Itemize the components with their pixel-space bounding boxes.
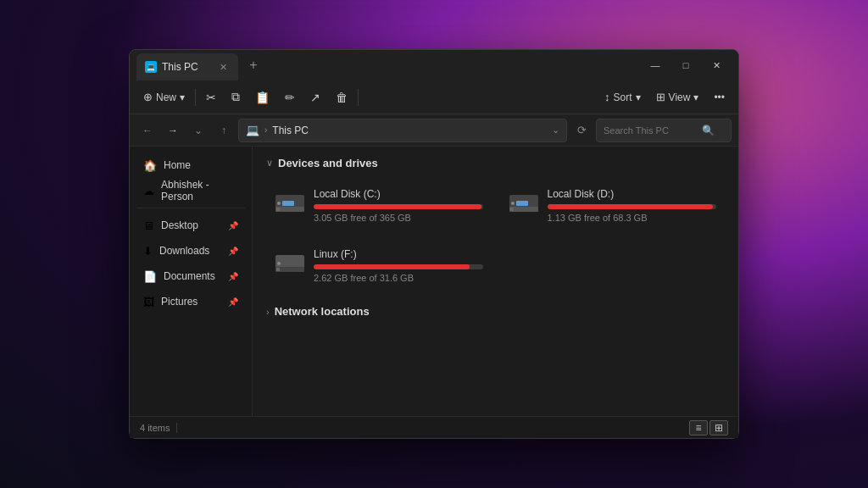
title-bar: 💻 This PC ✕ + — □ ✕ [130, 50, 738, 80]
drive-d-info: Local Disk (D:) 1.13 GB free of 68.3 GB [548, 188, 717, 223]
svg-rect-4 [276, 208, 280, 211]
drive-c-card[interactable]: Local Disk (C:) 3.05 GB free of 365 GB [266, 180, 492, 231]
pictures-icon: 🖼 [143, 296, 154, 308]
copy-icon: ⧉ [231, 90, 240, 104]
path-text: This PC [272, 125, 309, 136]
svg-rect-1 [275, 207, 304, 212]
new-button[interactable]: ⊕ New ▾ [136, 86, 192, 109]
close-button[interactable]: ✕ [701, 50, 732, 80]
devices-section-header[interactable]: ∨ Devices and drives [266, 157, 725, 169]
up-button[interactable]: ↑ [213, 119, 235, 141]
forward-button[interactable]: → [162, 119, 184, 141]
sidebar-item-home[interactable]: 🏠 Home [133, 153, 248, 177]
more-button[interactable]: ••• [707, 86, 732, 109]
drive-f-info: Linux (F:) 2.62 GB free of 31.6 GB [314, 248, 483, 283]
cut-icon: ✂ [206, 91, 216, 104]
drive-c-info: Local Disk (C:) 3.05 GB free of 365 GB [314, 188, 483, 223]
path-pc-icon: 💻 [246, 124, 259, 136]
list-view-button[interactable]: ≡ [689, 420, 708, 435]
drive-c-bar-fill [314, 204, 481, 209]
drive-d-name: Local Disk (D:) [548, 188, 717, 200]
sidebar: 🏠 Home ☁ Abhishek - Person 🖥 Desktop 📌 ⬇… [130, 147, 253, 416]
svg-point-12 [277, 262, 281, 265]
search-box[interactable]: 🔍 [596, 119, 732, 142]
path-dropdown-button[interactable]: ⌄ [187, 119, 209, 141]
address-path[interactable]: 💻 › This PC ⌄ [238, 119, 567, 142]
devices-section-title: Devices and drives [278, 157, 378, 169]
drive-d-card[interactable]: Local Disk (D:) 1.13 GB free of 68.3 GB [500, 180, 726, 231]
drive-c-space: 3.05 GB free of 365 GB [314, 213, 483, 223]
drive-f-space: 2.62 GB free of 31.6 GB [314, 273, 483, 283]
downloads-icon: ⬇ [143, 245, 153, 258]
pin-icon-pics: 📌 [228, 297, 238, 307]
sidebar-item-desktop[interactable]: 🖥 Desktop 📌 [133, 214, 248, 237]
items-count: 4 items [140, 423, 170, 433]
drives-grid: Local Disk (C:) 3.05 GB free of 365 GB [266, 180, 725, 291]
refresh-button[interactable]: ⟳ [570, 119, 593, 141]
main-content: 🏠 Home ☁ Abhishek - Person 🖥 Desktop 📌 ⬇… [130, 147, 738, 416]
sidebar-item-downloads[interactable]: ⬇ Downloads 📌 [133, 239, 248, 263]
network-chevron-icon: › [266, 307, 270, 317]
cloud-icon: ☁ [143, 185, 154, 197]
tab-this-pc[interactable]: 💻 This PC ✕ [136, 53, 238, 80]
svg-point-7 [511, 202, 515, 205]
search-input[interactable] [604, 125, 697, 136]
svg-rect-9 [510, 208, 514, 211]
delete-icon: 🗑 [336, 91, 348, 104]
cut-button[interactable]: ✂ [199, 86, 223, 109]
address-bar: ← → ⌄ ↑ 💻 › This PC ⌄ ⟳ 🔍 [130, 114, 738, 147]
drive-f-icon [275, 248, 305, 279]
view-toggle: ≡ ⊞ [689, 420, 728, 435]
drive-f-card[interactable]: Linux (F:) 2.62 GB free of 31.6 GB [266, 240, 492, 291]
sort-button[interactable]: ↕ Sort ▾ [598, 86, 648, 109]
svg-rect-10 [275, 255, 304, 269]
drive-f-name: Linux (F:) [314, 248, 483, 260]
path-expand-icon[interactable]: ⌄ [552, 125, 559, 136]
svg-point-2 [277, 202, 281, 205]
sort-icon: ↕ [604, 91, 610, 103]
share-icon: ↗ [310, 91, 320, 104]
rename-icon: ✏ [285, 91, 295, 104]
drive-c-bar-bg [314, 204, 483, 209]
home-icon: 🏠 [143, 159, 157, 172]
search-icon: 🔍 [702, 125, 715, 136]
delete-button[interactable]: 🗑 [329, 86, 354, 109]
sidebar-item-documents[interactable]: 📄 Documents 📌 [133, 264, 248, 288]
drive-f-bar-bg [314, 264, 483, 269]
minimize-button[interactable]: — [640, 50, 670, 80]
network-section-header[interactable]: › Network locations [266, 305, 725, 318]
rename-button[interactable]: ✏ [278, 86, 302, 109]
more-icon: ••• [714, 92, 725, 103]
view-button[interactable]: ⊞ View ▾ [649, 86, 706, 109]
tab-close-button[interactable]: ✕ [216, 60, 230, 74]
share-button[interactable]: ↗ [303, 86, 327, 109]
window-controls: — □ ✕ [640, 50, 732, 80]
pin-icon: 📌 [228, 221, 238, 230]
svg-rect-13 [276, 268, 280, 271]
svg-rect-8 [516, 201, 528, 206]
sidebar-item-onedrive[interactable]: ☁ Abhishek - Person [133, 179, 248, 202]
svg-rect-11 [275, 267, 304, 272]
devices-chevron-icon: ∨ [266, 158, 273, 169]
file-area: ∨ Devices and drives [253, 147, 738, 416]
status-bar: 4 items ≡ ⊞ [130, 416, 738, 438]
new-icon: ⊕ [143, 91, 153, 103]
drive-d-bar-fill [548, 204, 714, 209]
desktop-icon: 🖥 [143, 219, 154, 232]
file-explorer-window: 💻 This PC ✕ + — □ ✕ ⊕ New ▾ ✂ ⧉ 📋 ✏ [129, 49, 739, 439]
svg-rect-3 [282, 201, 294, 206]
drive-c-name: Local Disk (C:) [314, 188, 483, 200]
back-button[interactable]: ← [136, 119, 159, 141]
paste-icon: 📋 [255, 91, 270, 104]
tab-pc-icon: 💻 [145, 61, 157, 73]
view-icon: ⊞ [656, 91, 665, 103]
drive-c-icon [275, 188, 305, 219]
new-tab-button[interactable]: + [242, 53, 265, 77]
tile-view-button[interactable]: ⊞ [709, 420, 728, 435]
tab-label: This PC [162, 61, 198, 73]
pin-icon-dl: 📌 [228, 247, 238, 256]
copy-button[interactable]: ⧉ [225, 86, 247, 109]
paste-button[interactable]: 📋 [248, 86, 276, 109]
sidebar-item-pictures[interactable]: 🖼 Pictures 📌 [133, 290, 248, 313]
maximize-button[interactable]: □ [670, 50, 701, 80]
